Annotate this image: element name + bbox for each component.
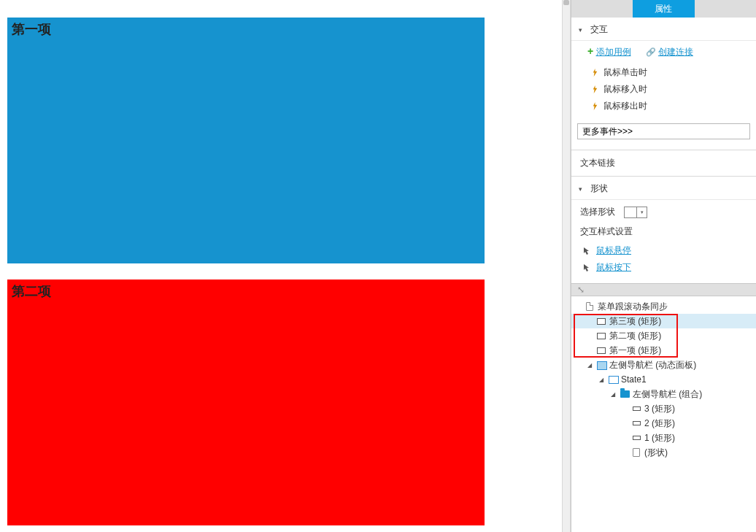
outline-r2-label: 2 (矩形) bbox=[644, 417, 675, 430]
lightning-icon bbox=[590, 102, 599, 111]
istyle-hover-label: 鼠标悬停 bbox=[596, 244, 631, 257]
panel-tabbar: 属性 bbox=[571, 0, 756, 18]
vertical-scrollbar[interactable]: ▴ bbox=[562, 0, 571, 532]
dynamic-panel-icon bbox=[596, 361, 606, 369]
outline-state1-label: State1 bbox=[621, 374, 647, 385]
tab-empty-right[interactable] bbox=[695, 0, 756, 18]
outline-nav-group[interactable]: ◢ 左侧导航栏 (组合) bbox=[571, 387, 756, 401]
pin-icon: ⤡ bbox=[577, 285, 585, 295]
istyle-down-label: 鼠标按下 bbox=[596, 261, 631, 274]
tab-empty-left[interactable] bbox=[571, 0, 633, 18]
folder-icon bbox=[620, 390, 630, 398]
istyle-down-row[interactable]: 鼠标按下 bbox=[580, 259, 747, 276]
tree-collapse-icon[interactable]: ◢ bbox=[599, 377, 605, 383]
create-link-label: 创建连接 bbox=[658, 47, 693, 57]
outline-item-3-label: 第三项 (矩形) bbox=[609, 315, 661, 328]
add-case-label: 添加用例 bbox=[596, 47, 631, 57]
block-item-1[interactable]: 第一项 bbox=[7, 18, 485, 263]
section-header-shape[interactable]: ▾ 形状 bbox=[571, 177, 756, 200]
highlighted-group: ▸ 第三项 (矩形) ▸ 第二项 (矩形) ▸ 第一项 (矩形) bbox=[571, 314, 756, 358]
events-list: 鼠标单击时 鼠标移入时 鼠标移出时 bbox=[571, 64, 756, 122]
section-title-shape: 形状 bbox=[590, 182, 608, 195]
outline-item-2-label: 第二项 (矩形) bbox=[609, 330, 661, 342]
down-cursor-icon bbox=[583, 263, 592, 272]
outline-item-1[interactable]: ▸ 第一项 (矩形) bbox=[571, 343, 756, 358]
shape-dropdown[interactable]: ▾ bbox=[624, 207, 647, 218]
shape-preview-icon bbox=[624, 207, 637, 218]
page-icon bbox=[585, 302, 595, 311]
interaction-style-settings: 交互样式设置 鼠标悬停 鼠标按下 bbox=[571, 225, 756, 283]
outline-item-2[interactable]: ▸ 第二项 (矩形) bbox=[571, 328, 756, 343]
shape-icon bbox=[631, 448, 641, 457]
dropdown-arrow-icon: ▾ bbox=[637, 207, 647, 218]
section-title-interaction: 交互 bbox=[590, 23, 608, 36]
event-click[interactable]: 鼠标单击时 bbox=[590, 64, 756, 81]
rect-small-icon bbox=[631, 404, 641, 413]
rect-icon bbox=[596, 317, 606, 325]
link-icon: 🔗 bbox=[646, 47, 656, 56]
outline-r3-label: 3 (矩形) bbox=[644, 403, 675, 415]
chevron-down-icon: ▾ bbox=[579, 26, 586, 34]
rect-small-icon bbox=[631, 419, 641, 428]
event-mouseout-label: 鼠标移出时 bbox=[603, 100, 647, 112]
lightning-icon bbox=[590, 69, 599, 77]
scrollbar-thumb[interactable] bbox=[563, 0, 569, 5]
text-link-row[interactable]: 文本链接 bbox=[571, 150, 756, 177]
more-events-field bbox=[577, 123, 750, 139]
istyle-title: 交互样式设置 bbox=[580, 225, 747, 238]
hover-cursor-icon bbox=[583, 247, 592, 255]
event-mousein-label: 鼠标移入时 bbox=[603, 83, 647, 96]
outline-nav-group-label: 左侧导航栏 (组合) bbox=[633, 388, 702, 401]
state-icon bbox=[608, 375, 618, 384]
tab-properties[interactable]: 属性 bbox=[633, 0, 694, 18]
properties-panel: 属性 ▾ 交互 + 添加用例 🔗 创建连接 鼠标单击时 鼠标移入时 鼠标移出时 … bbox=[571, 0, 756, 532]
event-mouseout[interactable]: 鼠标移出时 bbox=[590, 98, 756, 115]
outline-r1[interactable]: ▸ 1 (矩形) bbox=[571, 431, 756, 445]
outline-item-1-label: 第一项 (矩形) bbox=[609, 344, 661, 357]
outline-item-3[interactable]: ▸ 第三项 (矩形) bbox=[571, 314, 756, 328]
shape-selector-row: 选择形状 ▾ bbox=[571, 200, 756, 225]
block-title-1: 第一项 bbox=[12, 20, 480, 38]
outline-r3[interactable]: ▸ 3 (矩形) bbox=[571, 401, 756, 416]
outline-r1-label: 1 (矩形) bbox=[644, 432, 675, 444]
outline-shape[interactable]: ▸ (形状) bbox=[571, 445, 756, 460]
section-header-interaction[interactable]: ▾ 交互 bbox=[571, 18, 756, 41]
block-item-2[interactable]: 第二项 bbox=[7, 280, 485, 525]
create-link-action[interactable]: 🔗 创建连接 bbox=[646, 46, 693, 58]
outline-header[interactable]: ⤡ bbox=[571, 283, 756, 296]
outline-root[interactable]: ▸ 菜单跟滚动条同步 bbox=[571, 299, 756, 314]
outline-state1[interactable]: ◢ State1 bbox=[571, 372, 756, 387]
plus-icon: + bbox=[587, 45, 593, 57]
tree-collapse-icon[interactable]: ◢ bbox=[587, 362, 593, 369]
outline-nav-panel-label: 左侧导航栏 (动态面板) bbox=[609, 359, 696, 371]
tree-collapse-icon[interactable]: ◢ bbox=[611, 391, 617, 398]
rect-icon bbox=[596, 346, 606, 355]
istyle-hover-row[interactable]: 鼠标悬停 bbox=[580, 242, 747, 259]
interaction-actions: + 添加用例 🔗 创建连接 bbox=[571, 41, 756, 64]
rect-icon bbox=[596, 331, 606, 340]
block-title-2: 第二项 bbox=[12, 282, 480, 300]
add-case-action[interactable]: + 添加用例 bbox=[587, 45, 631, 58]
outline-shape-label: (形状) bbox=[644, 447, 668, 459]
outline-nav-panel[interactable]: ◢ 左侧导航栏 (动态面板) bbox=[571, 358, 756, 372]
select-shape-label: 选择形状 bbox=[580, 206, 615, 218]
canvas-area: 第一项 第二项 bbox=[7, 18, 485, 532]
outline-root-label: 菜单跟滚动条同步 bbox=[598, 301, 668, 313]
lightning-icon bbox=[590, 85, 599, 94]
outline-r2[interactable]: ▸ 2 (矩形) bbox=[571, 416, 756, 431]
outline-tree: ▸ 菜单跟滚动条同步 ▸ 第三项 (矩形) ▸ 第二项 (矩形) ▸ 第一项 (… bbox=[571, 296, 756, 460]
event-mousein[interactable]: 鼠标移入时 bbox=[590, 81, 756, 98]
chevron-down-icon: ▾ bbox=[579, 185, 586, 193]
rect-small-icon bbox=[631, 433, 641, 442]
text-link-label: 文本链接 bbox=[580, 158, 615, 168]
event-click-label: 鼠标单击时 bbox=[603, 66, 647, 79]
more-events-input[interactable] bbox=[577, 123, 750, 139]
